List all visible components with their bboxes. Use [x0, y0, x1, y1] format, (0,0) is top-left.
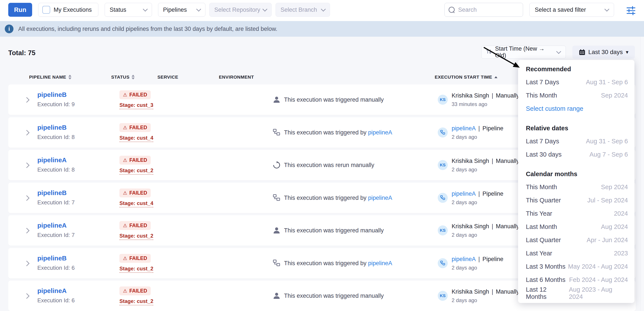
menu-item-last-7-days[interactable]: Last 7 Days Aug 31 - Sep 6	[526, 135, 628, 148]
starter-name[interactable]: pipelineA	[452, 256, 476, 262]
stage-link[interactable]: Stage: cust_2	[120, 233, 153, 240]
saved-filter-dropdown[interactable]: Select a saved filter	[529, 3, 614, 17]
expand-chevron-icon[interactable]	[24, 293, 29, 298]
select-branch-dropdown[interactable]: Select Branch	[276, 3, 330, 17]
expand-chevron-icon[interactable]	[24, 195, 29, 201]
execution-start-cell: pipelineA|Pipeline 2 days ago	[438, 117, 503, 148]
stage-link[interactable]: Stage: cust_4	[120, 200, 153, 208]
menu-item-last-6-months[interactable]: Last 6 Months Feb 2024 - Aug 2024	[526, 273, 628, 286]
stage-link[interactable]: Stage: cust_2	[120, 298, 153, 305]
menu-item-this-year[interactable]: This Year 2024	[526, 207, 628, 220]
filter-settings-icon[interactable]	[626, 6, 636, 16]
stage-link[interactable]: Stage: cust_3	[120, 102, 153, 109]
menu-item-last-30-days[interactable]: Last 30 days Aug 7 - Sep 6	[526, 148, 628, 161]
chevron-down-icon	[321, 7, 326, 12]
page-scrollbar[interactable]	[640, 37, 644, 311]
menu-item-last-quarter[interactable]: Last Quarter Apr - Jun 2024	[526, 234, 628, 247]
trigger-type-icon	[273, 161, 280, 169]
execution-id: Execution Id: 6	[37, 264, 75, 271]
trigger-mode: Pipeline	[482, 125, 503, 132]
status-badge: ⚠FAILED	[120, 254, 151, 263]
menu-item-last-7-days[interactable]: Last 7 Days Aug 31 - Sep 6	[526, 76, 628, 89]
starter-name[interactable]: Krishika Singh	[452, 288, 489, 295]
menu-section-heading: Relative dates	[526, 122, 628, 135]
starter-name[interactable]: pipelineA	[452, 190, 476, 197]
time-ago: 2 days ago	[452, 134, 503, 140]
pipeline-name-link[interactable]: pipelineB	[37, 124, 67, 131]
pipeline-name-link[interactable]: pipelineB	[37, 254, 67, 262]
execution-start-cell: KS Krishika Singh|Manually 2 days ago	[438, 150, 519, 180]
pipeline-name-link[interactable]: pipelineA	[37, 287, 67, 294]
trigger-text: This execution was rerun manually	[284, 162, 374, 168]
info-icon: i	[5, 24, 14, 33]
trigger-text: This execution was triggered by pipeline…	[284, 129, 392, 136]
avatar: KS	[438, 291, 448, 301]
pipeline-name-link[interactable]: pipelineA	[37, 156, 67, 164]
my-executions-toggle[interactable]: My Executions	[38, 3, 98, 17]
trigger-type-icon	[273, 226, 280, 234]
trigger-pipeline-link[interactable]: pipelineA	[368, 129, 392, 136]
warning-icon: ⚠	[123, 92, 127, 98]
trigger-text: This execution was triggered by pipeline…	[284, 194, 392, 201]
expand-chevron-icon[interactable]	[24, 228, 29, 233]
header-execution-start-time[interactable]: EXECUTION START TIME	[435, 73, 498, 81]
expand-chevron-icon[interactable]	[24, 130, 29, 135]
starter-name[interactable]: Krishika Singh	[452, 223, 489, 230]
menu-item-last-year[interactable]: Last Year 2023	[526, 247, 628, 260]
annotation-arrow	[478, 41, 528, 74]
execution-id: Execution Id: 7	[37, 199, 75, 206]
expand-chevron-icon[interactable]	[24, 260, 29, 266]
header-pipeline-name[interactable]: PIPELINE NAME	[29, 73, 72, 81]
menu-item-last-month[interactable]: Last Month Aug 2024	[526, 220, 628, 234]
menu-item-this-month[interactable]: This Month Sep 2024	[526, 89, 628, 102]
menu-item-this-quarter[interactable]: This Quarter Jul - Sep 2024	[526, 194, 628, 207]
date-range-button[interactable]: Last 30 days ▾	[572, 46, 635, 59]
pipeline-name-link[interactable]: pipelineA	[37, 222, 67, 229]
select-branch-label: Select Branch	[280, 6, 317, 13]
header-status[interactable]: STATUS	[111, 73, 134, 81]
expand-chevron-icon[interactable]	[24, 162, 29, 168]
header-environment: ENVIRONMENT	[219, 73, 254, 81]
execution-start-cell: pipelineA|Pipeline 2 days ago	[438, 248, 503, 278]
status-badge: ⚠FAILED	[120, 156, 151, 164]
status-badge: ⚠FAILED	[120, 123, 151, 132]
status-badge: ⚠FAILED	[120, 286, 151, 295]
trigger-pipeline-link[interactable]: pipelineA	[368, 260, 392, 266]
starter-name[interactable]: Krishika Singh	[452, 92, 489, 99]
my-executions-checkbox[interactable]	[42, 6, 50, 14]
menu-item-last-3-months[interactable]: Last 3 Months May 2024 - Aug 2024	[526, 260, 628, 273]
warning-icon: ⚠	[123, 190, 127, 196]
starter-name[interactable]: pipelineA	[452, 125, 476, 132]
select-repository-dropdown[interactable]: Select Repository	[209, 3, 272, 17]
avatar	[438, 193, 448, 203]
time-ago: 2 days ago	[452, 232, 519, 238]
execution-id: Execution Id: 8	[37, 166, 75, 173]
trigger-type-icon	[273, 128, 280, 136]
menu-item-this-month[interactable]: This Month Sep 2024	[526, 180, 628, 194]
execution-id: Execution Id: 7	[37, 232, 75, 238]
time-ago: 2 days ago	[452, 166, 519, 173]
pipeline-name-link[interactable]: pipelineB	[37, 91, 67, 98]
menu-item-last-12-months[interactable]: Last 12 Months Aug 2023 - Aug 2024	[526, 286, 628, 300]
stage-link[interactable]: Stage: cust_4	[120, 135, 153, 142]
status-filter-dropdown[interactable]: Status	[105, 3, 152, 17]
status-badge: ⚠FAILED	[120, 221, 151, 230]
run-button[interactable]: Run	[8, 3, 32, 17]
pipelines-filter-dropdown[interactable]: Pipelines	[158, 3, 206, 17]
sort-asc-icon	[494, 76, 498, 78]
time-ago: 2 days ago	[452, 297, 519, 304]
pipeline-name-link[interactable]: pipelineB	[37, 189, 67, 196]
menu-item-select-custom-range[interactable]: Select custom range	[526, 102, 628, 115]
time-ago: 2 days ago	[452, 265, 503, 271]
info-banner: i All executions, including reruns and c…	[0, 21, 644, 37]
trigger-text: This execution was triggered manually	[284, 227, 384, 234]
stage-link[interactable]: Stage: cust_2	[120, 168, 153, 174]
starter-name[interactable]: Krishika Singh	[452, 158, 489, 164]
stage-link[interactable]: Stage: cust_2	[120, 266, 153, 273]
expand-chevron-icon[interactable]	[24, 97, 29, 102]
chevron-down-icon	[604, 7, 610, 12]
caret-down-icon: ▾	[626, 49, 628, 55]
trigger-pipeline-link[interactable]: pipelineA	[368, 194, 392, 201]
search-input[interactable]	[458, 6, 511, 14]
trigger-mode: Manually	[496, 92, 519, 99]
